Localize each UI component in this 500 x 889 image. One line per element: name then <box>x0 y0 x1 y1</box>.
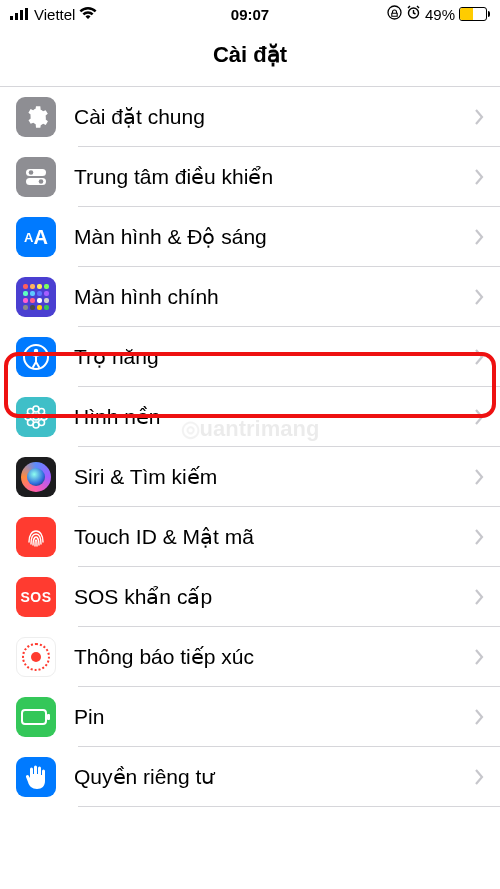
row-home-screen[interactable]: Màn hình chính <box>0 267 500 327</box>
row-label: Cài đặt chung <box>74 105 474 129</box>
signal-icon <box>10 6 30 23</box>
row-label: Siri & Tìm kiếm <box>74 465 474 489</box>
chevron-right-icon <box>474 709 484 725</box>
chevron-right-icon <box>474 769 484 785</box>
row-accessibility[interactable]: Trợ năng <box>0 327 500 387</box>
siri-icon <box>16 457 56 497</box>
row-control-center[interactable]: Trung tâm điều khiển <box>0 147 500 207</box>
svg-point-20 <box>39 420 45 426</box>
row-label: Màn hình & Độ sáng <box>74 225 474 249</box>
svg-rect-22 <box>47 714 50 720</box>
alarm-icon <box>406 5 421 23</box>
hand-icon <box>16 757 56 797</box>
chevron-right-icon <box>474 529 484 545</box>
chevron-right-icon <box>474 169 484 185</box>
status-left: Viettel <box>10 6 231 23</box>
wifi-icon <box>79 6 97 23</box>
chevron-right-icon <box>474 229 484 245</box>
row-label: Thông báo tiếp xúc <box>74 645 474 669</box>
battery-percent: 49% <box>425 6 455 23</box>
svg-point-18 <box>39 409 45 415</box>
fingerprint-icon <box>16 517 56 557</box>
row-label: Trợ năng <box>74 345 474 369</box>
status-right: 49% <box>269 5 490 23</box>
battery-icon <box>459 7 490 21</box>
svg-point-4 <box>388 6 401 19</box>
row-label: Hình nền <box>74 405 474 429</box>
svg-rect-3 <box>25 8 28 20</box>
carrier-label: Viettel <box>34 6 75 23</box>
row-wallpaper[interactable]: Hình nền <box>0 387 500 447</box>
page-title: Cài đặt <box>0 28 500 86</box>
home-grid-icon <box>16 277 56 317</box>
chevron-right-icon <box>474 469 484 485</box>
gear-icon <box>16 97 56 137</box>
row-label: Quyền riêng tư <box>74 765 474 789</box>
row-siri[interactable]: Siri & Tìm kiếm <box>0 447 500 507</box>
svg-rect-2 <box>20 10 23 20</box>
svg-rect-21 <box>22 710 46 724</box>
chevron-right-icon <box>474 649 484 665</box>
battery-icon <box>16 697 56 737</box>
svg-point-7 <box>29 170 34 175</box>
row-label: Pin <box>74 705 474 729</box>
row-battery[interactable]: Pin <box>0 687 500 747</box>
flower-icon <box>16 397 56 437</box>
svg-point-11 <box>34 349 38 353</box>
orientation-lock-icon <box>387 5 402 23</box>
row-label: Màn hình chính <box>74 285 474 309</box>
row-sos[interactable]: SOS SOS khẩn cấp <box>0 567 500 627</box>
chevron-right-icon <box>474 409 484 425</box>
toggles-icon <box>16 157 56 197</box>
text-size-icon: AA <box>16 217 56 257</box>
status-bar: Viettel 09:07 49% <box>0 0 500 28</box>
svg-point-17 <box>28 409 34 415</box>
chevron-right-icon <box>474 589 484 605</box>
svg-point-9 <box>39 179 44 184</box>
chevron-right-icon <box>474 349 484 365</box>
svg-rect-1 <box>15 13 18 20</box>
row-privacy[interactable]: Quyền riêng tư <box>0 747 500 807</box>
row-display[interactable]: AA Màn hình & Độ sáng <box>0 207 500 267</box>
svg-point-12 <box>33 414 39 420</box>
row-label: Trung tâm điều khiển <box>74 165 474 189</box>
chevron-right-icon <box>474 289 484 305</box>
svg-point-19 <box>28 420 34 426</box>
row-label: SOS khẩn cấp <box>74 585 474 609</box>
status-time: 09:07 <box>231 6 269 23</box>
settings-list: Cài đặt chung Trung tâm điều khiển AA Mà… <box>0 86 500 807</box>
row-general[interactable]: Cài đặt chung <box>0 87 500 147</box>
svg-rect-0 <box>10 16 13 20</box>
exposure-icon <box>16 637 56 677</box>
accessibility-icon <box>16 337 56 377</box>
chevron-right-icon <box>474 109 484 125</box>
row-label: Touch ID & Mật mã <box>74 525 474 549</box>
row-touchid[interactable]: Touch ID & Mật mã <box>0 507 500 567</box>
sos-icon: SOS <box>16 577 56 617</box>
row-exposure[interactable]: Thông báo tiếp xúc <box>0 627 500 687</box>
